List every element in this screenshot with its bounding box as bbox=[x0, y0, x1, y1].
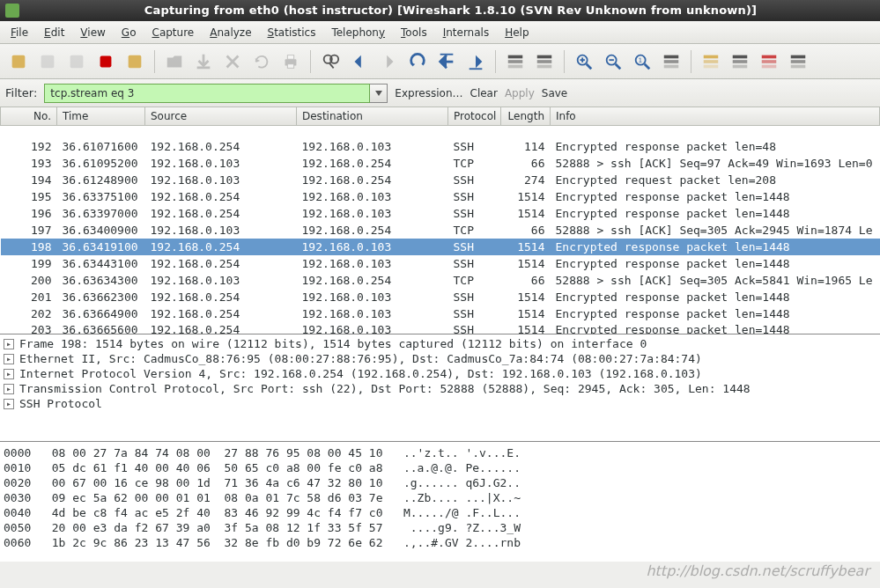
colorize-icon[interactable] bbox=[502, 48, 529, 75]
cell: 66 bbox=[501, 155, 551, 172]
table-row[interactable]: 19936.63443100192.168.0.254192.168.0.103… bbox=[1, 255, 880, 272]
menu-help[interactable]: Help bbox=[498, 24, 536, 41]
filter-clear-link[interactable]: Clear bbox=[470, 87, 498, 99]
table-row[interactable]: 19236.61071600192.168.0.254192.168.0.103… bbox=[1, 138, 880, 155]
column-header-protocol[interactable]: Protocol bbox=[448, 107, 501, 125]
cell: 36.61071600 bbox=[57, 138, 145, 155]
svg-rect-10 bbox=[287, 55, 293, 59]
restart-icon[interactable] bbox=[122, 48, 148, 75]
cell: 196 bbox=[1, 205, 57, 222]
svg-line-31 bbox=[645, 63, 650, 69]
filter-expression-link[interactable]: Expression… bbox=[395, 87, 462, 99]
packet-details-pane[interactable]: ▸Frame 198: 1514 bytes on wire (12112 bi… bbox=[0, 334, 880, 442]
column-header-source[interactable]: Source bbox=[145, 107, 297, 125]
table-row[interactable]: 20136.63662300192.168.0.254192.168.0.103… bbox=[1, 289, 880, 305]
column-header-info[interactable]: Info bbox=[551, 107, 880, 125]
expand-toggle-icon[interactable]: ▸ bbox=[4, 369, 14, 379]
svg-rect-47 bbox=[791, 64, 806, 68]
cell: 36.63662300 bbox=[57, 289, 145, 305]
options-icon bbox=[34, 48, 61, 75]
stop-icon[interactable] bbox=[92, 48, 119, 75]
table-row[interactable]: 19736.63400900192.168.0.103192.168.0.254… bbox=[1, 222, 880, 239]
column-header-destination[interactable]: Destination bbox=[297, 107, 448, 125]
cell: 36.61095200 bbox=[57, 155, 145, 172]
cell: Encrypted response packet len=48 bbox=[551, 138, 880, 155]
expand-toggle-icon[interactable]: ▸ bbox=[4, 399, 14, 409]
svg-rect-42 bbox=[762, 55, 777, 58]
reload-icon bbox=[248, 48, 275, 75]
table-row[interactable]: 19836.63419100192.168.0.254192.168.0.103… bbox=[1, 239, 880, 255]
preferences-icon[interactable] bbox=[785, 48, 811, 75]
cell: SSH bbox=[448, 255, 501, 272]
go-first-icon[interactable] bbox=[433, 48, 460, 75]
table-row[interactable]: 19436.61248900192.168.0.103192.168.0.254… bbox=[1, 172, 880, 188]
go-last-icon[interactable] bbox=[462, 48, 489, 75]
cell: 36.63397000 bbox=[57, 205, 145, 222]
tree-item[interactable]: ▸Frame 198: 1514 bytes on wire (12112 bi… bbox=[0, 336, 880, 351]
menu-capture[interactable]: Capture bbox=[144, 24, 201, 41]
svg-rect-46 bbox=[791, 60, 806, 63]
coloring-rules-icon[interactable] bbox=[756, 48, 782, 75]
packet-bytes-pane[interactable]: 0000 08 00 27 7a 84 74 08 00 27 88 76 95… bbox=[0, 442, 880, 562]
tree-item[interactable]: ▸Transmission Control Protocol, Src Port… bbox=[0, 381, 880, 396]
column-header-time[interactable]: Time bbox=[57, 107, 145, 125]
svg-rect-21 bbox=[537, 60, 552, 63]
jump-icon[interactable] bbox=[404, 48, 431, 75]
cell: Encrypted request packet len=208 bbox=[551, 172, 880, 188]
find-icon[interactable] bbox=[317, 48, 344, 75]
zoom-out-icon[interactable] bbox=[600, 48, 626, 75]
toolbar-separator bbox=[310, 50, 311, 73]
display-filter-icon[interactable] bbox=[727, 48, 753, 75]
svg-rect-43 bbox=[762, 60, 777, 63]
menu-analyze[interactable]: Analyze bbox=[203, 24, 258, 41]
menu-telephony[interactable]: Telephony bbox=[324, 24, 392, 41]
filter-input[interactable] bbox=[44, 84, 370, 103]
menu-statistics[interactable]: Statistics bbox=[261, 24, 323, 41]
menu-internals[interactable]: Internals bbox=[436, 24, 497, 41]
packet-list-pane[interactable]: No.TimeSourceDestinationProtocolLengthIn… bbox=[0, 107, 880, 334]
menu-view[interactable]: View bbox=[73, 24, 112, 41]
menu-file[interactable]: File bbox=[4, 24, 35, 41]
back-icon[interactable] bbox=[346, 48, 373, 75]
capture-filter-icon[interactable] bbox=[698, 48, 724, 75]
svg-rect-17 bbox=[508, 55, 523, 58]
resize-cols-icon[interactable] bbox=[658, 48, 684, 75]
cell: 1514 bbox=[501, 205, 551, 222]
table-row[interactable]: 19336.61095200192.168.0.103192.168.0.254… bbox=[1, 155, 880, 172]
cell: 192.168.0.254 bbox=[145, 205, 297, 222]
tree-item[interactable]: ▸SSH Protocol bbox=[0, 396, 880, 411]
tree-item[interactable]: ▸Internet Protocol Version 4, Src: 192.1… bbox=[0, 366, 880, 381]
menu-tools[interactable]: Tools bbox=[394, 24, 434, 41]
expand-toggle-icon[interactable]: ▸ bbox=[4, 339, 14, 349]
table-row[interactable]: 20236.63664900192.168.0.254192.168.0.103… bbox=[1, 305, 880, 322]
filter-apply-link[interactable]: Apply bbox=[505, 87, 535, 99]
column-header-length[interactable]: Length bbox=[501, 107, 551, 125]
table-row[interactable]: 19536.63375100192.168.0.254192.168.0.103… bbox=[1, 188, 880, 205]
table-row[interactable]: 19636.63397000192.168.0.254192.168.0.103… bbox=[1, 205, 880, 222]
cell: SSH bbox=[448, 289, 501, 305]
autoscroll-icon[interactable] bbox=[531, 48, 558, 75]
cell: 192.168.0.254 bbox=[145, 255, 297, 272]
interfaces-icon[interactable] bbox=[5, 48, 32, 75]
table-row[interactable]: 20036.63634300192.168.0.103192.168.0.254… bbox=[1, 272, 880, 289]
menu-edit[interactable]: Edit bbox=[37, 24, 71, 41]
expand-toggle-icon[interactable]: ▸ bbox=[4, 354, 14, 364]
svg-rect-4 bbox=[129, 55, 142, 68]
tree-item[interactable]: ▸Ethernet II, Src: CadmusCo_88:76:95 (08… bbox=[0, 351, 880, 366]
filter-save-link[interactable]: Save bbox=[542, 87, 567, 99]
cell: 66 bbox=[501, 272, 551, 289]
packet-column-headers[interactable]: No.TimeSourceDestinationProtocolLengthIn… bbox=[1, 107, 880, 125]
filter-dropdown-button[interactable] bbox=[370, 84, 388, 103]
svg-rect-19 bbox=[508, 64, 523, 68]
cell: 202 bbox=[1, 305, 57, 322]
cell: 192.168.0.254 bbox=[145, 289, 297, 305]
watermark-text: http://blog.csdn.net/scruffybear bbox=[646, 562, 869, 579]
zoom-in-icon[interactable] bbox=[571, 48, 597, 75]
cell: 36.61248900 bbox=[57, 172, 145, 188]
menu-go[interactable]: Go bbox=[115, 24, 144, 41]
column-header-no[interactable]: No. bbox=[1, 107, 57, 125]
svg-line-24 bbox=[587, 63, 592, 69]
expand-toggle-icon[interactable]: ▸ bbox=[4, 384, 14, 394]
app-icon bbox=[5, 4, 19, 18]
zoom-reset-icon[interactable]: 1 bbox=[629, 48, 655, 75]
